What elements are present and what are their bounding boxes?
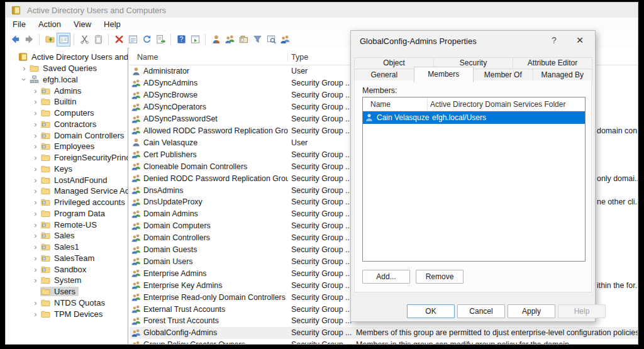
column-header-type[interactable]: Type — [288, 53, 351, 62]
member-row[interactable]: Cain Velasquzeefgh.local/Users — [363, 111, 585, 124]
chevron-right-icon[interactable]: › — [31, 108, 40, 118]
folder-icon — [41, 287, 51, 296]
tree-item-domain-controllers[interactable]: ›Domain Controllers — [6, 130, 128, 141]
remove-button[interactable]: Remove — [416, 270, 464, 284]
tree-item-builtin[interactable]: ›Builtin — [6, 96, 128, 108]
tree-item-employees[interactable]: ›Employees — [6, 141, 128, 152]
new-user-icon[interactable] — [209, 33, 222, 46]
tree-item-keys[interactable]: ›Keys — [6, 163, 128, 175]
tree-item-admins[interactable]: ›Admins — [6, 85, 128, 96]
chevron-right-icon[interactable]: › — [19, 64, 29, 73]
help-icon[interactable]: ? — [175, 33, 187, 46]
tree-item-tpm-devices[interactable]: ›TPM Devices — [6, 308, 128, 319]
chevron-right-icon[interactable]: › — [31, 164, 40, 174]
new-group-icon[interactable] — [223, 33, 236, 46]
chevron-right-icon[interactable]: › — [31, 209, 40, 218]
tree-item-active-directory-users-and-comp[interactable]: Active Directory Users and Comp — [6, 52, 128, 63]
list-row[interactable]: GlobalConfig-AdminsSecurity Group ...Mem… — [130, 327, 638, 339]
chevron-right-icon[interactable]: › — [31, 197, 40, 207]
tree-item-sales[interactable]: ›Sales — [6, 230, 128, 241]
tree-item-sales1[interactable]: ›Sales1 — [6, 241, 128, 253]
chevron-right-icon[interactable]: › — [31, 175, 40, 185]
back-icon[interactable] — [9, 33, 21, 46]
tree-item-computers[interactable]: ›Computers — [6, 108, 128, 119]
change-domain-icon[interactable] — [279, 33, 291, 46]
members-column-folder[interactable]: Active Directory Domain Services Folder — [428, 100, 585, 109]
console-tree-icon[interactable] — [57, 33, 70, 46]
export-list-icon[interactable] — [154, 33, 167, 46]
chevron-right-icon[interactable]: › — [31, 131, 40, 140]
column-header-name[interactable]: Name — [130, 53, 288, 62]
dialog-tabs: ObjectSecurityAttribute Editor GeneralMe… — [354, 57, 592, 82]
chevron-right-icon[interactable]: › — [31, 231, 40, 240]
tree-item-program-data[interactable]: ›Program Data — [6, 208, 128, 219]
title-bar: Active Directory Users and Computers — [6, 3, 638, 18]
forward-icon[interactable] — [23, 33, 35, 46]
chevron-right-icon[interactable]: › — [31, 298, 40, 307]
chevron-right-icon[interactable]: › — [31, 253, 40, 263]
menu-file[interactable]: File — [6, 19, 32, 29]
folder-icon — [41, 164, 51, 174]
apply-button[interactable]: Apply — [508, 304, 555, 318]
group-icon — [131, 150, 142, 159]
ou-folder-icon — [41, 231, 51, 240]
tree-item-system[interactable]: ›System — [6, 275, 128, 286]
list-row[interactable]: Group Policy Creator OwnersSecurity Grou… — [130, 339, 638, 344]
tree-item-users[interactable]: Users — [6, 286, 128, 297]
tab-attribute-editor[interactable]: Attribute Editor — [513, 57, 592, 69]
chevron-right-icon[interactable]: › — [31, 309, 40, 319]
up-one-level-icon[interactable] — [43, 33, 56, 46]
tree-item-saved-queries[interactable]: ›Saved Queries — [6, 63, 128, 74]
chevron-right-icon[interactable]: › — [31, 153, 40, 162]
chevron-right-icon[interactable]: › — [31, 265, 40, 274]
tree-item-privileged-accounts[interactable]: ›Privileged accounts — [6, 197, 128, 208]
filter-icon[interactable] — [251, 33, 264, 46]
dialog-close-button[interactable]: × — [574, 33, 586, 47]
toolbar-separator — [74, 34, 74, 45]
tab-members[interactable]: Members — [414, 67, 474, 82]
chevron-right-icon[interactable]: › — [31, 186, 40, 196]
tree-item-salesteam[interactable]: ›SalesTeam — [6, 253, 128, 264]
tree-item-lostandfound[interactable]: ›LostAndFound — [6, 174, 128, 186]
add-button[interactable]: Add... — [362, 270, 410, 284]
chevron-right-icon[interactable]: › — [31, 220, 40, 230]
chevron-right-icon[interactable]: › — [31, 242, 40, 252]
tab-member-of[interactable]: Member Of — [473, 69, 533, 82]
cut-icon[interactable] — [78, 33, 91, 46]
ok-button[interactable]: OK — [407, 304, 455, 318]
find-icon[interactable] — [265, 33, 277, 46]
chevron-right-icon[interactable]: › — [31, 97, 40, 106]
paste-icon[interactable] — [92, 33, 104, 46]
members-list-body: Cain Velasquzeefgh.local/Users — [363, 111, 585, 124]
chevron-right-icon[interactable]: › — [31, 86, 40, 96]
chevron-right-icon[interactable]: › — [31, 275, 40, 285]
chevron-right-icon[interactable]: › — [31, 141, 40, 151]
chevron-down-icon[interactable]: › — [19, 75, 29, 84]
tree-item-ntds-quotas[interactable]: ›NTDS Quotas — [6, 297, 128, 309]
delete-icon[interactable] — [113, 33, 125, 46]
new-window-icon[interactable] — [189, 33, 201, 46]
chevron-right-icon[interactable]: › — [31, 119, 40, 129]
tab-managed-by[interactable]: Managed By — [533, 69, 593, 82]
tree-item-sandbox[interactable]: ›Sandbox — [6, 263, 128, 275]
tree-item-contractors[interactable]: ›Contractors — [6, 119, 128, 130]
folder-icon — [41, 298, 51, 307]
menu-help[interactable]: Help — [97, 19, 127, 29]
new-ou-icon[interactable] — [237, 33, 250, 46]
toolbar-separator — [108, 34, 109, 45]
tree-item-efgh-local[interactable]: ›efgh.local — [6, 74, 128, 86]
members-column-name[interactable]: Name — [363, 97, 428, 111]
tree-item-remote-us[interactable]: ›Remote-US — [6, 219, 128, 230]
menu-action[interactable]: Action — [32, 19, 67, 29]
dialog-help-button[interactable]: ? — [548, 35, 560, 45]
properties-icon[interactable] — [126, 33, 139, 46]
folder-icon — [41, 175, 51, 185]
menu-view[interactable]: View — [67, 19, 97, 29]
refresh-icon[interactable] — [140, 33, 153, 46]
help-button[interactable]: Help — [558, 304, 606, 318]
cancel-button[interactable]: Cancel — [457, 304, 505, 318]
tree-item-managed-service-accoun[interactable]: ›Managed Service Accoun — [6, 186, 128, 197]
group-icon — [131, 174, 142, 183]
tab-general[interactable]: General — [354, 69, 414, 82]
tree-item-foreignsecurityprincipals[interactable]: ›ForeignSecurityPrincipals — [6, 152, 128, 163]
